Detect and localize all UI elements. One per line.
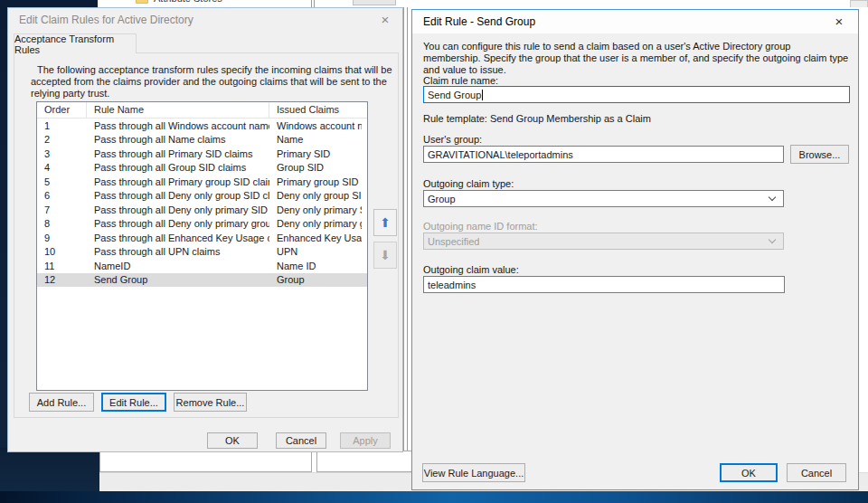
table-row[interactable]: 10Pass through all UPN claimsUPN (37, 245, 367, 260)
dialog-title: Edit Rule - Send Group (423, 15, 535, 28)
screen: Attribute Stores Edit Claim Rules for Ac… (0, 0, 868, 503)
splitter-handle (311, 0, 315, 7)
table-cell: UPN (269, 246, 362, 257)
add-rule-button[interactable]: Add Rule... (29, 393, 94, 412)
background-field-fragment (99, 451, 312, 472)
table-row[interactable]: 1Pass through all Windows account name..… (37, 119, 367, 133)
table-row[interactable]: 7Pass through all Deny only primary SID … (37, 203, 367, 217)
column-header-issued-claims[interactable]: Issued Claims (269, 102, 362, 118)
tab-acceptance-transform-rules[interactable]: Acceptance Transform Rules (14, 33, 137, 53)
down-arrow-icon: ⬇ (380, 248, 391, 262)
background-fragment (850, 0, 868, 7)
outgoing-claim-value-label: Outgoing claim value: (423, 264, 519, 275)
desktop-background (0, 0, 7, 503)
outgoing-claim-type-select[interactable]: Group (423, 190, 784, 207)
table-row[interactable]: 11NameIDName ID (37, 259, 367, 273)
table-body: 1Pass through all Windows account name..… (37, 119, 367, 287)
dialog-title: Edit Claim Rules for Active Directory (19, 14, 193, 26)
table-cell: Pass through all Enhanced Key Usage cl..… (87, 233, 269, 243)
browse-button[interactable]: Browse... (790, 145, 849, 164)
claim-rule-name-input[interactable]: Send Group (423, 86, 850, 103)
view-rule-language-button[interactable]: View Rule Language... (422, 463, 525, 482)
table-cell: Pass through all Deny only primary SID c… (87, 204, 269, 215)
table-cell: 9 (37, 233, 87, 243)
table-cell: Pass through all Primary SID claims (87, 148, 269, 159)
table-cell: Primary group SID (269, 176, 362, 187)
table-cell: 3 (37, 148, 87, 159)
table-cell: Windows account name (269, 120, 362, 131)
table-cell: Pass through all Group SID claims (87, 162, 269, 173)
dialog-titlebar[interactable]: Edit Rule - Send Group × (412, 10, 858, 33)
table-cell: 6 (37, 190, 87, 201)
table-cell: Deny only primary SID (269, 204, 362, 215)
cancel-button[interactable]: Cancel (276, 432, 326, 449)
table-cell: Pass through all Deny only primary group… (87, 218, 269, 229)
outgoing-claim-value-value: teleadmins (428, 280, 476, 290)
table-cell: Group SID (269, 162, 362, 173)
table-cell: 11 (37, 261, 87, 271)
table-row[interactable]: 8Pass through all Deny only primary grou… (37, 217, 367, 232)
table-cell: Deny only group SID (269, 190, 362, 201)
attribute-stores-label: Attribute Stores (154, 0, 222, 4)
table-cell: 12 (37, 274, 87, 285)
table-cell: 7 (37, 204, 87, 215)
edit-rule-send-group-dialog: Edit Rule - Send Group × You can configu… (411, 9, 859, 490)
table-cell: Group (269, 274, 362, 285)
table-row[interactable]: 2Pass through all Name claimsName (37, 133, 367, 147)
background-window-top-strip: Attribute Stores (98, 0, 868, 7)
table-cell: 5 (37, 176, 87, 187)
background-window-edge (0, 491, 868, 503)
column-header-order[interactable]: Order (37, 102, 87, 118)
outgoing-claim-value-input[interactable]: teleadmins (423, 276, 785, 293)
outgoing-name-id-format-value: Unspecified (428, 236, 479, 247)
table-cell: 1 (37, 120, 87, 131)
move-rule-down-button[interactable]: ⬇ (373, 242, 397, 269)
table-cell: Pass through all Windows account name... (87, 120, 269, 131)
close-icon[interactable]: × (377, 12, 393, 27)
column-header-rule-name[interactable]: Rule Name (87, 102, 269, 118)
rules-description: The following acceptance transform rules… (31, 64, 396, 100)
table-cell: Pass through all Name claims (87, 134, 269, 145)
table-cell: NameID (87, 261, 269, 271)
apply-button: Apply (340, 432, 391, 449)
ok-button[interactable]: OK (207, 432, 258, 449)
table-cell: Pass through all UPN claims (87, 246, 269, 257)
table-row[interactable]: 4Pass through all Group SID claimsGroup … (37, 161, 367, 176)
desktop-background (0, 0, 98, 7)
table-row[interactable]: 9Pass through all Enhanced Key Usage cl.… (37, 231, 367, 245)
background-field-fragment (316, 451, 416, 472)
table-cell: Name ID (269, 261, 362, 271)
ok-button[interactable]: OK (720, 463, 778, 482)
claim-rules-table[interactable]: Order Rule Name Issued Claims 1Pass thro… (36, 101, 368, 391)
edit-rule-button[interactable]: Edit Rule... (101, 393, 166, 412)
table-cell: Pass through all Primary group SID claim… (87, 176, 269, 187)
users-group-value: GRAVITATIONAL\teleportadmins (428, 149, 573, 160)
table-cell: Name (269, 134, 362, 145)
table-header-row: Order Rule Name Issued Claims (37, 102, 367, 119)
cancel-button[interactable]: Cancel (787, 463, 846, 482)
table-row[interactable]: 5Pass through all Primary group SID clai… (37, 175, 367, 189)
table-cell: 8 (37, 218, 87, 229)
table-row[interactable]: 6Pass through all Deny only group SID cl… (37, 189, 367, 204)
close-icon[interactable]: × (831, 14, 847, 29)
table-row[interactable]: 3Pass through all Primary SID claimsPrim… (37, 147, 367, 161)
users-group-input[interactable]: GRAVITATIONAL\teleportadmins (423, 146, 784, 163)
table-cell: 2 (37, 134, 87, 145)
text-caret (482, 90, 483, 100)
tab-page: The following acceptance transform rules… (14, 52, 399, 418)
dialog-titlebar[interactable]: Edit Claim Rules for Active Directory × (8, 8, 402, 32)
outgoing-name-id-format-select: Unspecified (423, 233, 784, 250)
table-cell: Send Group (87, 274, 269, 285)
table-row[interactable]: 12Send GroupGroup (37, 273, 367, 288)
folder-icon (136, 0, 148, 4)
remove-rule-button[interactable]: Remove Rule... (174, 393, 247, 412)
move-rule-up-button[interactable]: ⬆ (373, 209, 397, 236)
outgoing-name-id-format-label: Outgoing name ID format: (423, 221, 538, 232)
table-cell: Pass through all Deny only group SID cla… (87, 190, 269, 201)
table-cell: Primary SID (269, 148, 362, 159)
tab-label: Acceptance Transform Rules (14, 33, 136, 55)
users-group-label: User's group: (423, 134, 482, 145)
up-arrow-icon: ⬆ (380, 215, 391, 230)
outgoing-claim-type-value: Group (428, 194, 456, 204)
claim-rule-name-label: Claim rule name: (423, 75, 498, 86)
